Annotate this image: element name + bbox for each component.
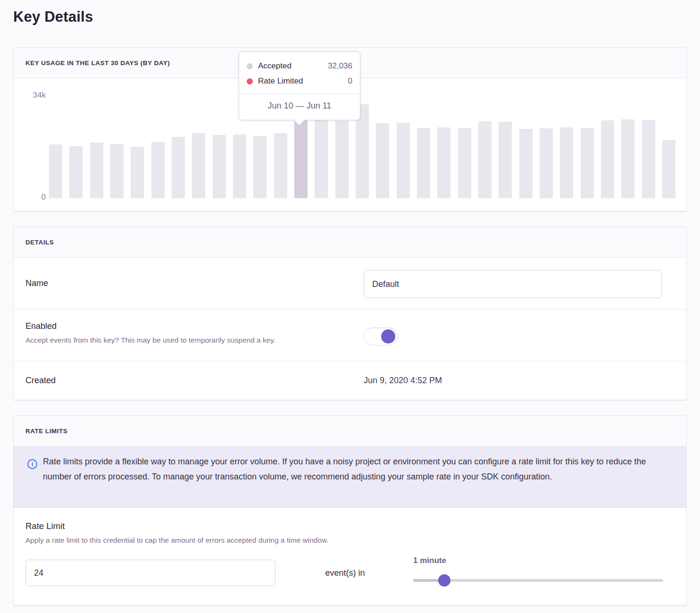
created-row: Created Jun 9, 2020 4:52 PM xyxy=(14,361,686,400)
tooltip-accepted-value: 32,036 xyxy=(328,61,352,71)
rate-limits-info-alert: i Rate limits provide a flexible way to … xyxy=(14,446,686,508)
enabled-row: Enabled Accept events from this key? Thi… xyxy=(14,310,686,361)
name-label: Name xyxy=(25,258,48,309)
tooltip-accepted-label: Accepted xyxy=(258,61,292,71)
chart-bar[interactable] xyxy=(499,122,512,198)
chart-bar[interactable] xyxy=(540,128,553,198)
chart-bar[interactable] xyxy=(417,128,430,198)
enabled-label-block: Enabled Accept events from this key? Thi… xyxy=(25,321,275,344)
slider-knob[interactable] xyxy=(438,574,450,587)
chart-bar[interactable] xyxy=(478,121,492,198)
chart-bar[interactable] xyxy=(49,144,62,198)
page: Key Details KEY USAGE IN THE LAST 30 DAY… xyxy=(0,0,700,613)
enabled-help-text: Accept events from this key? This may be… xyxy=(25,336,275,344)
info-icon: i xyxy=(27,459,37,469)
chart-bar[interactable] xyxy=(437,127,450,198)
chart-bar[interactable] xyxy=(335,121,349,198)
created-label: Created xyxy=(25,361,56,400)
chart-bar[interactable] xyxy=(110,144,124,198)
rate-limits-panel-header: RATE LIMITS xyxy=(14,416,686,446)
rate-limit-middle-text: event(s) in xyxy=(308,560,382,586)
tooltip-rate-limited-row: Rate Limited 0 xyxy=(247,74,352,89)
chart-bar[interactable] xyxy=(151,142,165,198)
chart-bar[interactable] xyxy=(458,128,471,198)
chart-bar[interactable] xyxy=(621,119,634,198)
chart-bar[interactable] xyxy=(581,128,594,198)
tooltip-rate-limited-value: 0 xyxy=(348,76,352,86)
chart-bar[interactable] xyxy=(601,120,614,198)
chart-bar[interactable] xyxy=(172,137,185,198)
created-value: Jun 9, 2020 4:52 PM xyxy=(364,361,442,400)
chart-bar[interactable] xyxy=(376,123,389,198)
tooltip-accepted-row: Accepted 32,036 xyxy=(247,59,352,74)
enabled-toggle[interactable] xyxy=(364,327,398,345)
slider-track[interactable] xyxy=(413,579,663,582)
tooltip-rate-limited-label: Rate Limited xyxy=(258,76,303,86)
chart-bar[interactable] xyxy=(69,146,83,198)
tooltip-date-range: Jun 10 — Jun 11 xyxy=(247,94,352,111)
slider-value-label: 1 minute xyxy=(413,556,663,565)
rate-limit-count-input[interactable] xyxy=(25,560,275,586)
rate-limits-panel: RATE LIMITS i Rate limits provide a flex… xyxy=(13,415,687,605)
rate-limit-window-slider: 1 minute xyxy=(413,556,663,582)
chart-tooltip: Accepted 32,036 Rate Limited 0 Jun 10 — … xyxy=(239,51,360,120)
chart-bar[interactable] xyxy=(90,143,103,198)
accepted-dot-icon xyxy=(247,63,253,69)
details-panel-header: DETAILS xyxy=(14,227,686,258)
rate-limit-help-text: Apply a rate limit to this credential to… xyxy=(25,536,329,545)
enabled-label: Enabled xyxy=(25,321,275,331)
rate-limited-dot-icon xyxy=(247,78,253,84)
chart-bar[interactable] xyxy=(662,140,675,198)
chart-bar[interactable] xyxy=(253,136,267,198)
usage-panel: KEY USAGE IN THE LAST 30 DAYS (BY DAY) 3… xyxy=(13,47,687,211)
chart-bar[interactable] xyxy=(274,133,287,198)
chart-bar[interactable] xyxy=(397,123,410,198)
chart-bar[interactable] xyxy=(642,120,655,198)
chart-bar[interactable] xyxy=(131,147,144,198)
chart-bar[interactable] xyxy=(519,129,533,198)
alert-text: Rate limits provide a flexible way to ma… xyxy=(43,454,675,484)
page-title: Key Details xyxy=(13,8,93,25)
toggle-knob xyxy=(381,329,395,344)
chart-bar[interactable] xyxy=(315,120,328,198)
details-panel: DETAILS Name Enabled Accept events from … xyxy=(13,227,687,400)
name-input[interactable] xyxy=(364,270,662,298)
rate-limit-label: Rate Limit xyxy=(25,521,65,531)
chart-bar[interactable] xyxy=(560,127,573,198)
rate-limit-row: Rate Limit Apply a rate limit to this cr… xyxy=(14,508,686,605)
name-row: Name xyxy=(14,258,686,310)
chart-bar[interactable] xyxy=(233,134,246,198)
chart-bar[interactable] xyxy=(192,133,205,198)
chart-bar[interactable] xyxy=(213,135,226,198)
